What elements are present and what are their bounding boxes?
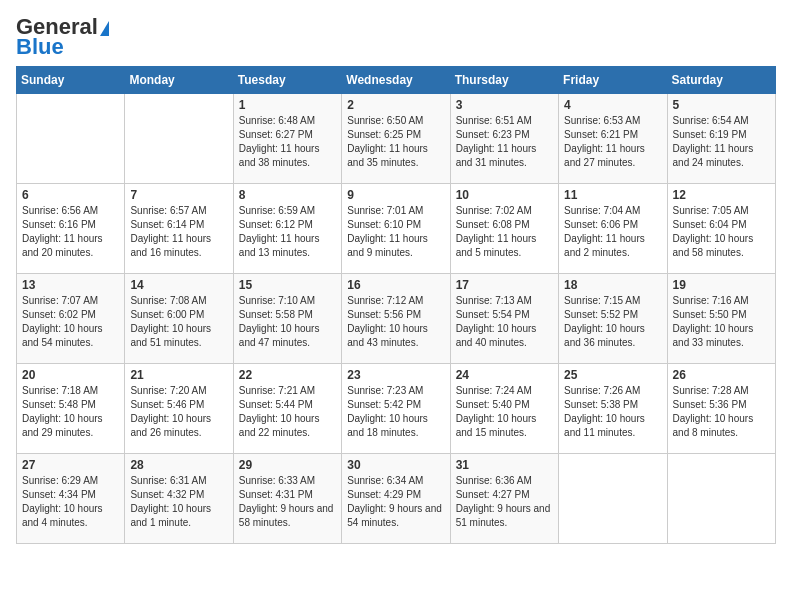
day-number: 4 <box>564 98 661 112</box>
day-info: Sunrise: 7:04 AM Sunset: 6:06 PM Dayligh… <box>564 204 661 260</box>
day-info: Sunrise: 7:28 AM Sunset: 5:36 PM Dayligh… <box>673 384 770 440</box>
calendar-cell: 19Sunrise: 7:16 AM Sunset: 5:50 PM Dayli… <box>667 274 775 364</box>
calendar-cell: 6Sunrise: 6:56 AM Sunset: 6:16 PM Daylig… <box>17 184 125 274</box>
day-number: 25 <box>564 368 661 382</box>
calendar-week-row: 13Sunrise: 7:07 AM Sunset: 6:02 PM Dayli… <box>17 274 776 364</box>
day-number: 17 <box>456 278 553 292</box>
day-info: Sunrise: 6:54 AM Sunset: 6:19 PM Dayligh… <box>673 114 770 170</box>
day-number: 23 <box>347 368 444 382</box>
day-number: 5 <box>673 98 770 112</box>
day-number: 6 <box>22 188 119 202</box>
calendar-week-row: 27Sunrise: 6:29 AM Sunset: 4:34 PM Dayli… <box>17 454 776 544</box>
calendar-cell: 25Sunrise: 7:26 AM Sunset: 5:38 PM Dayli… <box>559 364 667 454</box>
day-info: Sunrise: 6:59 AM Sunset: 6:12 PM Dayligh… <box>239 204 336 260</box>
day-info: Sunrise: 6:34 AM Sunset: 4:29 PM Dayligh… <box>347 474 444 530</box>
calendar-week-row: 20Sunrise: 7:18 AM Sunset: 5:48 PM Dayli… <box>17 364 776 454</box>
calendar-cell: 1Sunrise: 6:48 AM Sunset: 6:27 PM Daylig… <box>233 94 341 184</box>
day-info: Sunrise: 7:24 AM Sunset: 5:40 PM Dayligh… <box>456 384 553 440</box>
day-number: 16 <box>347 278 444 292</box>
calendar-cell: 14Sunrise: 7:08 AM Sunset: 6:00 PM Dayli… <box>125 274 233 364</box>
day-number: 30 <box>347 458 444 472</box>
day-number: 14 <box>130 278 227 292</box>
calendar-cell: 5Sunrise: 6:54 AM Sunset: 6:19 PM Daylig… <box>667 94 775 184</box>
day-number: 20 <box>22 368 119 382</box>
calendar-cell: 12Sunrise: 7:05 AM Sunset: 6:04 PM Dayli… <box>667 184 775 274</box>
calendar-week-row: 6Sunrise: 6:56 AM Sunset: 6:16 PM Daylig… <box>17 184 776 274</box>
day-info: Sunrise: 6:57 AM Sunset: 6:14 PM Dayligh… <box>130 204 227 260</box>
calendar-cell: 18Sunrise: 7:15 AM Sunset: 5:52 PM Dayli… <box>559 274 667 364</box>
day-number: 26 <box>673 368 770 382</box>
day-number: 12 <box>673 188 770 202</box>
day-number: 2 <box>347 98 444 112</box>
calendar-cell: 7Sunrise: 6:57 AM Sunset: 6:14 PM Daylig… <box>125 184 233 274</box>
day-number: 29 <box>239 458 336 472</box>
day-number: 9 <box>347 188 444 202</box>
day-number: 11 <box>564 188 661 202</box>
day-number: 24 <box>456 368 553 382</box>
day-info: Sunrise: 7:02 AM Sunset: 6:08 PM Dayligh… <box>456 204 553 260</box>
calendar-cell: 13Sunrise: 7:07 AM Sunset: 6:02 PM Dayli… <box>17 274 125 364</box>
day-info: Sunrise: 6:36 AM Sunset: 4:27 PM Dayligh… <box>456 474 553 530</box>
day-number: 7 <box>130 188 227 202</box>
day-number: 27 <box>22 458 119 472</box>
day-info: Sunrise: 7:05 AM Sunset: 6:04 PM Dayligh… <box>673 204 770 260</box>
day-info: Sunrise: 7:01 AM Sunset: 6:10 PM Dayligh… <box>347 204 444 260</box>
logo: General Blue <box>16 16 109 58</box>
day-header-saturday: Saturday <box>667 67 775 94</box>
day-info: Sunrise: 7:16 AM Sunset: 5:50 PM Dayligh… <box>673 294 770 350</box>
day-info: Sunrise: 7:15 AM Sunset: 5:52 PM Dayligh… <box>564 294 661 350</box>
day-info: Sunrise: 6:48 AM Sunset: 6:27 PM Dayligh… <box>239 114 336 170</box>
logo-blue-text: Blue <box>16 36 64 58</box>
day-header-tuesday: Tuesday <box>233 67 341 94</box>
day-info: Sunrise: 6:53 AM Sunset: 6:21 PM Dayligh… <box>564 114 661 170</box>
calendar-cell: 24Sunrise: 7:24 AM Sunset: 5:40 PM Dayli… <box>450 364 558 454</box>
day-info: Sunrise: 7:08 AM Sunset: 6:00 PM Dayligh… <box>130 294 227 350</box>
day-number: 31 <box>456 458 553 472</box>
day-header-thursday: Thursday <box>450 67 558 94</box>
day-info: Sunrise: 6:56 AM Sunset: 6:16 PM Dayligh… <box>22 204 119 260</box>
day-info: Sunrise: 6:33 AM Sunset: 4:31 PM Dayligh… <box>239 474 336 530</box>
day-number: 13 <box>22 278 119 292</box>
day-info: Sunrise: 6:31 AM Sunset: 4:32 PM Dayligh… <box>130 474 227 530</box>
day-info: Sunrise: 7:13 AM Sunset: 5:54 PM Dayligh… <box>456 294 553 350</box>
calendar-cell: 16Sunrise: 7:12 AM Sunset: 5:56 PM Dayli… <box>342 274 450 364</box>
calendar-table: SundayMondayTuesdayWednesdayThursdayFrid… <box>16 66 776 544</box>
day-header-wednesday: Wednesday <box>342 67 450 94</box>
calendar-cell: 30Sunrise: 6:34 AM Sunset: 4:29 PM Dayli… <box>342 454 450 544</box>
day-number: 15 <box>239 278 336 292</box>
calendar-cell: 15Sunrise: 7:10 AM Sunset: 5:58 PM Dayli… <box>233 274 341 364</box>
day-number: 10 <box>456 188 553 202</box>
day-number: 19 <box>673 278 770 292</box>
day-number: 1 <box>239 98 336 112</box>
calendar-week-row: 1Sunrise: 6:48 AM Sunset: 6:27 PM Daylig… <box>17 94 776 184</box>
day-info: Sunrise: 7:21 AM Sunset: 5:44 PM Dayligh… <box>239 384 336 440</box>
calendar-cell: 22Sunrise: 7:21 AM Sunset: 5:44 PM Dayli… <box>233 364 341 454</box>
calendar-cell: 10Sunrise: 7:02 AM Sunset: 6:08 PM Dayli… <box>450 184 558 274</box>
calendar-cell: 17Sunrise: 7:13 AM Sunset: 5:54 PM Dayli… <box>450 274 558 364</box>
calendar-header-row: SundayMondayTuesdayWednesdayThursdayFrid… <box>17 67 776 94</box>
day-number: 18 <box>564 278 661 292</box>
day-number: 21 <box>130 368 227 382</box>
calendar-cell <box>667 454 775 544</box>
day-info: Sunrise: 7:26 AM Sunset: 5:38 PM Dayligh… <box>564 384 661 440</box>
calendar-cell <box>125 94 233 184</box>
calendar-cell: 27Sunrise: 6:29 AM Sunset: 4:34 PM Dayli… <box>17 454 125 544</box>
day-number: 22 <box>239 368 336 382</box>
calendar-cell: 28Sunrise: 6:31 AM Sunset: 4:32 PM Dayli… <box>125 454 233 544</box>
calendar-cell <box>17 94 125 184</box>
calendar-cell: 26Sunrise: 7:28 AM Sunset: 5:36 PM Dayli… <box>667 364 775 454</box>
day-number: 8 <box>239 188 336 202</box>
calendar-cell: 11Sunrise: 7:04 AM Sunset: 6:06 PM Dayli… <box>559 184 667 274</box>
calendar-cell: 21Sunrise: 7:20 AM Sunset: 5:46 PM Dayli… <box>125 364 233 454</box>
calendar-cell: 2Sunrise: 6:50 AM Sunset: 6:25 PM Daylig… <box>342 94 450 184</box>
day-info: Sunrise: 7:18 AM Sunset: 5:48 PM Dayligh… <box>22 384 119 440</box>
day-info: Sunrise: 7:07 AM Sunset: 6:02 PM Dayligh… <box>22 294 119 350</box>
page-header: General Blue <box>16 16 776 58</box>
day-header-monday: Monday <box>125 67 233 94</box>
day-info: Sunrise: 6:29 AM Sunset: 4:34 PM Dayligh… <box>22 474 119 530</box>
day-info: Sunrise: 6:50 AM Sunset: 6:25 PM Dayligh… <box>347 114 444 170</box>
day-number: 28 <box>130 458 227 472</box>
calendar-cell: 31Sunrise: 6:36 AM Sunset: 4:27 PM Dayli… <box>450 454 558 544</box>
day-number: 3 <box>456 98 553 112</box>
day-info: Sunrise: 7:10 AM Sunset: 5:58 PM Dayligh… <box>239 294 336 350</box>
